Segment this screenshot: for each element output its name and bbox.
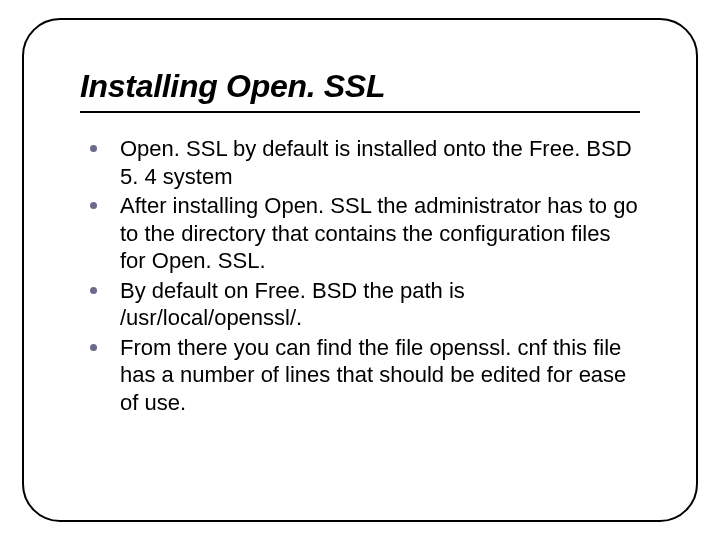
bullet-list: Open. SSL by default is installed onto t…: [80, 135, 640, 416]
title-underline: [80, 111, 640, 113]
list-item: Open. SSL by default is installed onto t…: [86, 135, 640, 190]
slide-title: Installing Open. SSL: [80, 68, 640, 105]
list-item: After installing Open. SSL the administr…: [86, 192, 640, 275]
slide-frame: Installing Open. SSL Open. SSL by defaul…: [22, 18, 698, 522]
list-item: From there you can find the file openssl…: [86, 334, 640, 417]
list-item: By default on Free. BSD the path is /usr…: [86, 277, 640, 332]
